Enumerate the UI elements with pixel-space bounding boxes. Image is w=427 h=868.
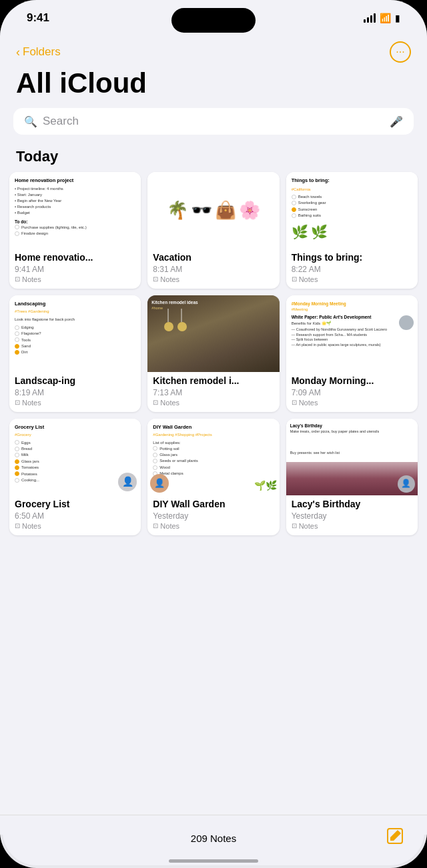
more-button[interactable]: ··· bbox=[390, 41, 411, 63]
signal-bars-icon bbox=[364, 13, 376, 23]
note-card-things-to-bring[interactable]: Things to bring: #California Beach towel… bbox=[286, 172, 418, 289]
note-card-vacation[interactable]: 🌴🕶️ 👜🌸 Vacation 8:31 AM ⊡ Notes bbox=[147, 172, 279, 289]
note-info-monday: Monday Morning... 7:09 AM ⊡ Notes bbox=[286, 372, 418, 412]
note-info-vacation: Vacation 8:31 AM ⊡ Notes bbox=[147, 249, 279, 289]
note-thumbnail-things: Things to bring: #California Beach towel… bbox=[286, 172, 418, 249]
section-today: Today bbox=[0, 145, 427, 172]
monday-avatar bbox=[399, 315, 414, 330]
note-time: 7:09 AM bbox=[292, 388, 412, 397]
note-folder: ⊡ Notes bbox=[15, 522, 135, 530]
avatar-lacy: 👤 bbox=[398, 475, 415, 493]
note-card-diy-wall-garden[interactable]: DIY Wall Garden #Gardening #Shopping #Pr… bbox=[147, 419, 279, 535]
note-card-home-renovation[interactable]: Home renovation project • Project timeli… bbox=[9, 172, 141, 289]
dynamic-island bbox=[171, 8, 256, 33]
more-icon: ··· bbox=[396, 46, 404, 58]
avatar-diy: 👤 bbox=[150, 474, 169, 493]
nav-bar: ‹ Folders ··· bbox=[0, 36, 427, 65]
note-info-diy: DIY Wall Garden Yesterday ⊡ Notes bbox=[147, 495, 279, 535]
note-time: 8:31 AM bbox=[153, 265, 274, 274]
note-title: Grocery List bbox=[15, 499, 135, 510]
folder-icon: ⊡ bbox=[153, 275, 158, 283]
status-time: 9:41 bbox=[27, 11, 49, 25]
battery-icon: ▮ bbox=[395, 13, 400, 23]
notes-grid: Home renovation project • Project timeli… bbox=[0, 172, 427, 535]
page-title: All iCloud bbox=[0, 65, 427, 108]
note-time: Yesterday bbox=[153, 511, 274, 521]
microphone-icon[interactable]: 🎤 bbox=[390, 115, 403, 128]
note-thumbnail-grocery: Grocery List #Grocery Eggs Bread Milk Gl… bbox=[9, 419, 141, 495]
back-label: Folders bbox=[23, 45, 61, 59]
note-card-kitchen-remodel[interactable]: Kitchen remodel ideas #home Kitchen remo… bbox=[147, 295, 279, 412]
note-card-lacy-birthday[interactable]: Lacy's Birthday Make treats, order pizza… bbox=[286, 419, 418, 535]
note-title: Home renovatio... bbox=[15, 252, 135, 263]
note-folder: ⊡ Notes bbox=[15, 275, 135, 283]
folder-icon: ⊡ bbox=[153, 399, 158, 406]
folder-icon: ⊡ bbox=[292, 275, 297, 283]
search-bar[interactable]: 🔍 Search 🎤 bbox=[13, 108, 414, 135]
note-title: Lacy's Birthday bbox=[292, 499, 412, 510]
note-time: 6:50 AM bbox=[15, 511, 135, 521]
note-title: DIY Wall Garden bbox=[153, 499, 274, 510]
note-folder: ⊡ Notes bbox=[153, 522, 274, 530]
folder-icon: ⊡ bbox=[153, 522, 158, 529]
note-thumbnail-vacation: 🌴🕶️ 👜🌸 bbox=[147, 172, 279, 249]
folder-icon: ⊡ bbox=[292, 399, 297, 406]
note-thumbnail-lacy: Lacy's Birthday Make treats, order pizza… bbox=[286, 419, 418, 495]
note-card-landscaping[interactable]: Landscaping #Trees #Gardening Look into … bbox=[9, 295, 141, 412]
note-thumbnail-kitchen: Kitchen remodel ideas #home bbox=[147, 295, 279, 372]
note-folder: ⊡ Notes bbox=[292, 399, 412, 407]
search-placeholder: Search bbox=[43, 115, 384, 128]
note-time: 9:41 AM bbox=[15, 265, 135, 274]
note-folder: ⊡ Notes bbox=[15, 399, 135, 407]
note-info-lacy: Lacy's Birthday Yesterday ⊡ Notes bbox=[286, 495, 418, 535]
note-folder: ⊡ Notes bbox=[153, 399, 274, 407]
folder-icon: ⊡ bbox=[15, 399, 20, 406]
note-folder: ⊡ Notes bbox=[292, 275, 412, 283]
folder-icon: ⊡ bbox=[292, 522, 297, 529]
note-title: Things to bring: bbox=[292, 252, 412, 263]
main-content: ‹ Folders ··· All iCloud 🔍 Search 🎤 Toda… bbox=[0, 36, 427, 835]
note-info-grocery: Grocery List 6:50 AM ⊡ Notes bbox=[9, 495, 141, 535]
note-time: 8:19 AM bbox=[15, 388, 135, 397]
note-title: Landscap-ing bbox=[15, 375, 135, 387]
folder-icon: ⊡ bbox=[15, 522, 20, 529]
back-chevron-icon: ‹ bbox=[16, 45, 20, 59]
note-folder: ⊡ Notes bbox=[292, 522, 412, 530]
note-thumbnail-monday: #Monday Morning Meeting #Meeting White P… bbox=[286, 295, 418, 372]
note-time: 8:22 AM bbox=[292, 265, 412, 274]
note-info-home-renovation: Home renovatio... 9:41 AM ⊡ Notes bbox=[9, 249, 141, 289]
wifi-icon: 📶 bbox=[380, 13, 391, 23]
phone-frame: 9:41 📶 ▮ ‹ Folders ··· All iCloud bbox=[0, 0, 427, 868]
note-count: 209 Notes bbox=[191, 833, 236, 844]
avatar-grocery: 👤 bbox=[118, 473, 137, 491]
home-indicator bbox=[169, 859, 258, 863]
back-button[interactable]: ‹ Folders bbox=[16, 45, 61, 59]
note-info-landscaping: Landscap-ing 8:19 AM ⊡ Notes bbox=[9, 372, 141, 412]
note-time: 7:13 AM bbox=[153, 388, 274, 397]
note-thumbnail-landscaping: Landscaping #Trees #Gardening Look into … bbox=[9, 295, 141, 372]
note-title: Monday Morning... bbox=[292, 375, 412, 387]
folder-icon: ⊡ bbox=[15, 275, 20, 283]
note-card-grocery-list[interactable]: Grocery List #Grocery Eggs Bread Milk Gl… bbox=[9, 419, 141, 535]
note-folder: ⊡ Notes bbox=[153, 275, 274, 283]
note-time: Yesterday bbox=[292, 511, 412, 521]
note-title: Kitchen remodel i... bbox=[153, 375, 274, 387]
note-info-things: Things to bring: 8:22 AM ⊡ Notes bbox=[286, 249, 418, 289]
compose-icon bbox=[386, 827, 404, 850]
status-icons: 📶 ▮ bbox=[364, 13, 400, 23]
note-info-kitchen: Kitchen remodel i... 7:13 AM ⊡ Notes bbox=[147, 372, 279, 412]
note-card-monday-morning[interactable]: #Monday Morning Meeting #Meeting White P… bbox=[286, 295, 418, 412]
note-thumbnail-home-renovation: Home renovation project • Project timeli… bbox=[9, 172, 141, 249]
note-title: Vacation bbox=[153, 252, 274, 263]
note-thumbnail-diy: DIY Wall Garden #Gardening #Shopping #Pr… bbox=[147, 419, 279, 495]
compose-button[interactable] bbox=[383, 827, 407, 851]
search-icon: 🔍 bbox=[24, 115, 37, 128]
